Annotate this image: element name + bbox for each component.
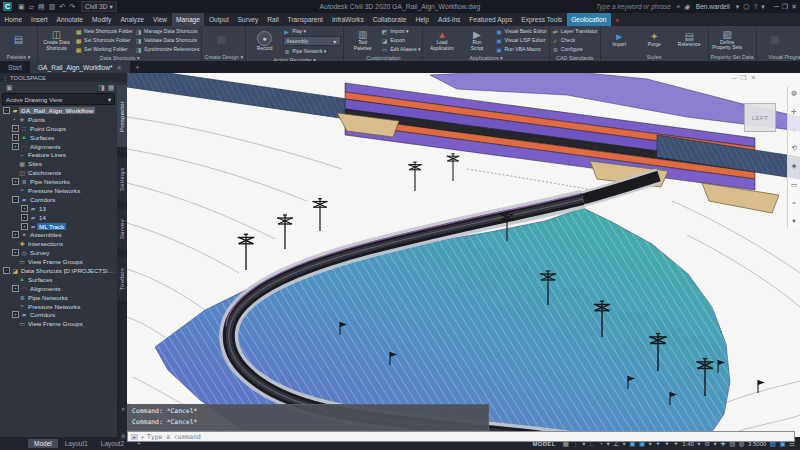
layout-tab-model[interactable]: Model	[28, 439, 58, 448]
ribbon-button-load-application[interactable]: ▲Load Application	[425, 27, 458, 53]
ribbon-tab-output[interactable]: Output	[204, 13, 233, 26]
search-binoculars-icon[interactable]: ⌖	[676, 3, 680, 10]
ribbon-tab-add-ins[interactable]: Add-ins	[433, 13, 464, 26]
ribbon-tab-survey[interactable]: Survey	[233, 13, 263, 26]
ribbon-tab-infraworks[interactable]: InfraWorks	[327, 13, 368, 26]
signed-in-user[interactable]: Ben.wardell	[696, 3, 730, 10]
ribbon-button-run-script[interactable]: ▶Run Script	[460, 27, 493, 53]
panel-label[interactable]: Create Design ▾	[202, 53, 245, 61]
ribbon-button-configure[interactable]: ⚙Configure	[552, 45, 598, 53]
tree-item-feature-lines[interactable]: ~Feature Lines	[0, 150, 117, 159]
minimize-icon[interactable]: ─	[774, 3, 779, 10]
workspace-selector[interactable]: Civil 3D ▾	[81, 1, 117, 12]
ribbon-tab-modify[interactable]: Modify	[88, 13, 116, 26]
panel-label[interactable]: Customization	[344, 54, 422, 61]
toolspace-tab-settings[interactable]: Settings	[117, 157, 127, 201]
tree-expander-icon[interactable]: −	[12, 196, 19, 203]
navbar-more-icon[interactable]: ▾	[792, 217, 795, 225]
toolspace-tab-prospector[interactable]: Prospector	[117, 85, 127, 147]
ribbon-button-import[interactable]: ◩Import ▾	[381, 27, 420, 35]
tree-item-alignments[interactable]: +◠Alignments	[0, 284, 117, 293]
ribbon-button-reference[interactable]: ▤Reference	[673, 27, 706, 52]
ribbon-button-icon[interactable]: ▩	[759, 27, 792, 52]
tree-item-view-frame-groups[interactable]: ▭View Frame Groups	[0, 257, 117, 266]
ribbon-button-set-working-folder[interactable]: ▦Set Working Folder	[75, 45, 133, 53]
ribbon-button-icon[interactable]: ▤	[2, 27, 35, 52]
ribbon-button-visual-lisp-editor[interactable]: ▣Visual LISP Editor	[495, 36, 546, 44]
toolspace-phone-icon[interactable]: ◨	[98, 84, 105, 92]
ribbon-tab-manage[interactable]: Manage	[172, 13, 205, 26]
viewcube[interactable]: LEFT	[744, 103, 776, 132]
cmd-close-icon[interactable]: ✕	[121, 406, 125, 412]
tree-expander-icon[interactable]: +	[12, 134, 19, 141]
drawing-canvas[interactable]	[127, 73, 800, 437]
help-icon[interactable]: ?	[753, 3, 757, 10]
tree-expander-icon[interactable]: +	[12, 143, 19, 150]
app-store-icon[interactable]: ⬡	[743, 3, 749, 10]
ribbon-button-import[interactable]: ►Import	[603, 27, 636, 52]
ribbon-button-visual-basic-editor[interactable]: ▣Visual Basic Editor	[495, 27, 546, 35]
tree-item-pipe-networks[interactable]: +≣Pipe Networks	[0, 177, 117, 186]
tree-item-alignments[interactable]: +◠Alignments	[0, 142, 117, 151]
toolspace-tab-toolbox[interactable]: Toolbox	[117, 257, 127, 301]
tree-expander-icon[interactable]: −	[3, 107, 10, 114]
toolspace-pin-icon[interactable]: ▣	[6, 84, 13, 92]
command-input[interactable]: ▸ ▾ Type a command	[127, 431, 795, 442]
panel-label[interactable]: Property Set Data	[709, 53, 756, 61]
tree-expander-icon[interactable]: +	[21, 214, 28, 221]
ribbon-button-new-shortcuts-folder[interactable]: ▦New Shortcuts Folder	[75, 27, 133, 35]
tree-item-corridors[interactable]: −▰Corridors	[0, 195, 117, 204]
help-dropdown-icon[interactable]: ▾	[761, 3, 765, 10]
cmd-customize-icon[interactable]: ⚙	[121, 433, 125, 439]
tree-expander-icon[interactable]: +	[12, 125, 19, 132]
ribbon-button-synchronize-references[interactable]: ◨Synchronize References	[135, 45, 200, 53]
showmotion-icon[interactable]: ◈	[792, 162, 797, 170]
user-dropdown-icon[interactable]: ▾	[736, 3, 740, 10]
ribbon-tab-express-tools[interactable]: Express Tools	[517, 13, 567, 26]
tree-item-ml-track[interactable]: +▰ML Track	[0, 222, 117, 231]
view-selector-dropdown[interactable]: Active Drawing View ▾	[2, 93, 115, 105]
vp-minimize-icon[interactable]: ─	[732, 74, 737, 82]
help-search-field[interactable]: Type a keyword or phrase ⌖◉	[596, 3, 692, 11]
tree-expander-icon[interactable]: +	[21, 205, 28, 212]
tree-item-pressure-networks[interactable]: ≈Pressure Networks	[0, 186, 117, 195]
vp-close-icon[interactable]: ✕	[751, 74, 756, 82]
panel-label[interactable]: Styles	[601, 53, 708, 61]
tree-item-surfaces[interactable]: ▲Surfaces	[0, 275, 117, 284]
ribbon-button-edit-aliases[interactable]: ▭Edit Aliases ▾	[381, 45, 420, 53]
ribbon-tab-home[interactable]: Home	[0, 13, 27, 26]
tree-item-intersections[interactable]: ✚Intersections	[0, 239, 117, 248]
undo-icon[interactable]: ↶	[59, 3, 65, 10]
tree-expander-icon[interactable]: +	[21, 223, 28, 230]
swim-icon[interactable]: ≈	[792, 199, 796, 206]
ribbon-tab-help[interactable]: Help	[411, 13, 434, 26]
tree-item-view-frame-groups[interactable]: ▭View Frame Groups	[0, 319, 117, 328]
ribbon-button-purge[interactable]: ✦Purge	[638, 27, 671, 52]
ribbon-button-assembly[interactable]: Assembly▾	[283, 36, 341, 46]
ribbon-button-icon[interactable]: ▩	[204, 27, 237, 52]
panel-label[interactable]: Applications ▾	[423, 54, 548, 61]
drawing-tab-start[interactable]: Start	[0, 61, 30, 73]
ribbon-tab-geolocation[interactable]: Geolocation	[567, 13, 611, 26]
zoom-icon[interactable]: ◌	[792, 126, 796, 133]
close-icon[interactable]: ✕	[791, 3, 797, 10]
print-icon[interactable]: ▥	[49, 3, 56, 10]
online-maps-icon[interactable]: ●	[611, 13, 623, 26]
toolspace-monitor-icon[interactable]: ▦	[108, 84, 115, 92]
tree-item-point-groups[interactable]: +∷Point Groups	[0, 124, 117, 133]
ribbon-tab-featured-apps[interactable]: Featured Apps	[465, 13, 517, 26]
ribbon-tab-insert[interactable]: Insert	[27, 13, 53, 26]
ribbon-button-tool-palettes[interactable]: ▥Tool Palettes	[346, 27, 379, 53]
ribbon-button-define-property-sets[interactable]: ▧Define Property Sets	[711, 27, 744, 52]
panel-label[interactable]: Data Shortcuts ▾	[38, 54, 201, 61]
ribbon-button-set-shortcuts-folder[interactable]: ▦Set Shortcuts Folder	[75, 36, 133, 44]
tree-expander-icon[interactable]: +	[12, 285, 19, 292]
ribbon-button-create-data-shortcuts[interactable]: ◫Create Data Shortcuts	[40, 27, 73, 53]
ribbon-button-pipe-network[interactable]: ≣Pipe Network ▾	[283, 47, 341, 55]
ribbon-tab-analyze[interactable]: Analyze	[116, 13, 148, 26]
ribbon-tab-annotate[interactable]: Annotate	[52, 13, 87, 26]
new-icon[interactable]: ▣	[18, 3, 25, 10]
tree-expander-icon[interactable]: −	[3, 267, 10, 274]
tree-item-points[interactable]: ▪✛Points	[0, 115, 117, 124]
panel-label[interactable]: Palettes ▾	[0, 53, 37, 61]
